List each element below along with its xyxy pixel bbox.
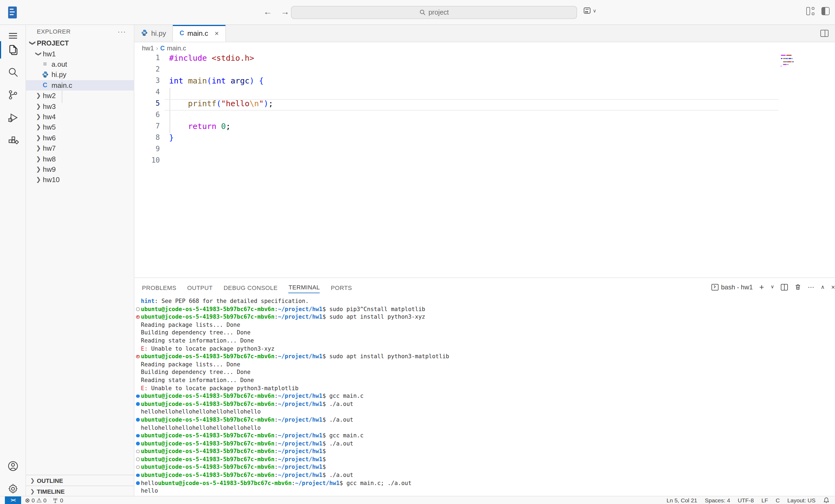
code-server-logo-icon — [8, 6, 17, 18]
command-default-decoration-icon[interactable] — [136, 450, 140, 453]
terminal-text: ubuntu@jcode-os-5-41983-5b97bc67c-mbv6n:… — [141, 400, 353, 407]
breadcrumb-file[interactable]: main.c — [167, 44, 186, 52]
tree-item-hw4[interactable]: ❯hw4 — [26, 112, 135, 122]
terminal-instance-badge[interactable]: bash - hw1 — [711, 283, 753, 291]
remote-indicator-button[interactable]: ∨ — [583, 6, 596, 15]
navigate-back-button[interactable]: ← — [262, 5, 273, 18]
chevron-right-icon: ❯ — [34, 155, 43, 162]
problems-status-item[interactable]: ⊗ 0 ⚠ 0 — [25, 497, 47, 503]
tree-item-PROJECT[interactable]: ❯PROJECT — [26, 38, 135, 48]
terminal-text: Reading state information... Done — [141, 377, 254, 383]
command-success-decoration-icon[interactable] — [136, 402, 140, 406]
maximize-panel-icon[interactable]: ∧ — [821, 284, 825, 290]
tree-item-hw5[interactable]: ❯hw5 — [26, 122, 135, 133]
explorer-files-icon — [7, 44, 19, 56]
sidebar-item-search[interactable] — [0, 61, 26, 83]
tab-hi.py[interactable]: hi.py — [135, 25, 173, 42]
editor-tab-bar: hi.pyCmain.c× — [135, 25, 835, 42]
keyboard-layout-status[interactable]: Layout: US — [787, 497, 815, 503]
command-decoration-slot — [136, 416, 141, 423]
new-terminal-button[interactable]: + — [759, 283, 764, 291]
c-file-icon: C — [41, 82, 49, 88]
tree-item-main.c[interactable]: Cmain.c — [26, 80, 135, 90]
terminal-icon — [711, 284, 718, 290]
close-panel-icon[interactable]: × — [831, 284, 835, 290]
sidebar-item-run-debug[interactable] — [0, 107, 26, 128]
command-success-decoration-icon[interactable] — [136, 442, 140, 445]
command-success-decoration-icon[interactable] — [136, 394, 140, 398]
minimap[interactable] — [781, 55, 795, 120]
outline-section-label: OUTLINE — [37, 477, 63, 484]
command-default-decoration-icon[interactable] — [136, 458, 140, 461]
breadcrumb-folder[interactable]: hw1 — [142, 44, 154, 52]
close-tab-icon[interactable]: × — [215, 29, 219, 37]
command-center-search[interactable]: project — [291, 6, 577, 19]
split-editor-icon[interactable] — [820, 30, 829, 37]
command-error-decoration-icon[interactable] — [136, 355, 140, 358]
tree-item-hw6[interactable]: ❯hw6 — [26, 133, 135, 143]
panel-tab-problems[interactable]: PROBLEMS — [142, 281, 176, 293]
line-number: 10 — [135, 156, 160, 167]
ports-status-item[interactable]: 0 — [52, 497, 63, 503]
chevron-right-icon: ❯ — [34, 92, 43, 99]
command-success-decoration-icon[interactable] — [136, 434, 140, 437]
tree-item-hw10[interactable]: ❯hw10 — [26, 175, 135, 185]
panel-tab-ports[interactable]: PORTS — [331, 281, 352, 293]
minimap-mark — [789, 58, 791, 59]
command-default-decoration-icon[interactable] — [136, 307, 140, 311]
panel-tab-debug-console[interactable]: DEBUG CONSOLE — [224, 281, 278, 293]
customize-layout-button[interactable] — [806, 7, 814, 15]
command-decoration-slot — [136, 392, 141, 399]
panel-tab-output[interactable]: OUTPUT — [187, 281, 213, 293]
line-number: 6 — [135, 110, 160, 122]
sidebar-item-explorer[interactable] — [0, 39, 26, 61]
tree-item-hw3[interactable]: ❯hw3 — [26, 101, 135, 112]
kill-terminal-trash-icon[interactable] — [794, 283, 801, 290]
outline-section-header[interactable]: ❯ OUTLINE — [26, 475, 135, 486]
tree-item-a.out[interactable]: ≡a.out — [26, 59, 135, 69]
panel-more-actions-icon[interactable]: ⋯ — [808, 284, 814, 290]
sidebar-item-source-control[interactable] — [0, 84, 26, 106]
run-debug-icon — [7, 112, 19, 124]
sidebar-item-extensions[interactable] — [0, 129, 26, 151]
tree-item-label: main.c — [52, 81, 72, 89]
eol-status[interactable]: LF — [761, 497, 768, 503]
cursor-position-status[interactable]: Ln 5, Col 21 — [667, 497, 697, 503]
tree-item-hw2[interactable]: ❯hw2 — [26, 90, 135, 101]
language-mode-status[interactable]: C — [776, 497, 780, 503]
tab-main.c[interactable]: Cmain.c× — [173, 25, 226, 42]
command-success-decoration-icon[interactable] — [136, 418, 140, 422]
terminal-dropdown-chevron-icon[interactable]: ∨ — [771, 284, 774, 289]
split-terminal-button[interactable] — [780, 284, 788, 290]
notifications-bell-icon[interactable] — [823, 497, 830, 503]
minimap-mark — [781, 66, 781, 67]
account-button[interactable] — [0, 455, 26, 477]
chevron-right-icon: ❯ — [34, 124, 43, 131]
command-success-decoration-icon[interactable] — [136, 473, 140, 477]
tree-item-hw9[interactable]: ❯hw9 — [26, 164, 135, 175]
code-line: return 0; — [169, 122, 230, 133]
terminal-line: ubuntu@jcode-os-5-41983-5b97bc67c-mbv6n:… — [136, 448, 835, 456]
command-default-decoration-icon[interactable] — [136, 465, 140, 469]
encoding-status[interactable]: UTF-8 — [738, 497, 754, 503]
terminal-content[interactable]: hint: See PEP 668 for the detailed speci… — [135, 298, 835, 504]
tree-item-hw1[interactable]: ❯hw1 — [26, 48, 135, 59]
code-editor[interactable]: 1#include <stdio.h>23int main(int argc) … — [135, 54, 835, 278]
panel-tab-terminal[interactable]: TERMINAL — [288, 281, 320, 293]
remote-status-badge[interactable]: >< — [5, 497, 21, 504]
tree-item-label: hw2 — [43, 92, 56, 100]
toggle-sidebar-button[interactable] — [821, 7, 830, 15]
tree-item-hi.py[interactable]: hi.py — [26, 69, 135, 80]
terminal-line: E: Unable to locate package python3-matp… — [136, 384, 835, 392]
tree-item-hw8[interactable]: ❯hw8 — [26, 154, 135, 164]
tree-item-hw7[interactable]: ❯hw7 — [26, 143, 135, 154]
code-line: printf("hello\n"); — [169, 99, 273, 110]
explorer-more-actions-icon[interactable]: ··· — [118, 27, 126, 36]
indentation-status[interactable]: Spaces: 4 — [705, 497, 730, 503]
terminal-text: ubuntu@jcode-os-5-41983-5b97bc67c-mbv6n:… — [141, 432, 364, 439]
tree-item-label: hw8 — [43, 155, 56, 163]
command-error-decoration-icon[interactable] — [136, 315, 140, 319]
command-success-decoration-icon[interactable] — [136, 481, 140, 485]
timeline-section-header[interactable]: ❯ TIMELINE — [26, 486, 135, 497]
navigate-forward-button[interactable]: → — [279, 5, 291, 18]
